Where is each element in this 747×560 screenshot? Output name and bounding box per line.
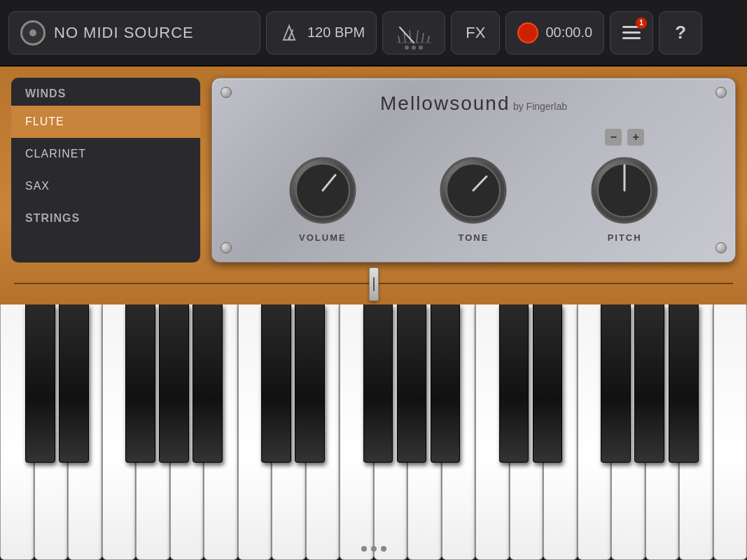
svg-line-7 [417, 30, 418, 43]
pitch-bend-track [14, 283, 733, 284]
screw-br [715, 242, 727, 253]
dot-2 [371, 546, 377, 552]
pitch-bend-area [0, 262, 747, 304]
pitch-label: PITCH [608, 232, 642, 243]
svg-line-9 [428, 36, 429, 43]
sidebar-item-clarinet[interactable]: CLARINET [11, 138, 200, 170]
tempo-dots [405, 46, 423, 50]
screw-bl [221, 242, 232, 253]
metronome-icon [278, 22, 300, 44]
fx-button[interactable]: FX [451, 11, 500, 55]
keys-container [0, 304, 747, 560]
tempo-visualizer [393, 23, 435, 44]
black-key-5[interactable] [261, 304, 291, 463]
dot-1 [361, 546, 367, 552]
tone-label: TONE [459, 232, 489, 243]
sidebar: WINDS FLUTE CLARINET SAX STRINGS [11, 78, 200, 262]
main-content: WINDS FLUTE CLARINET SAX STRINGS Mellows… [0, 66, 747, 560]
black-key-13[interactable] [634, 304, 664, 463]
svg-line-5 [404, 33, 405, 43]
tempo-section[interactable] [382, 11, 445, 55]
dot-3 [381, 546, 386, 552]
screw-tr [715, 87, 727, 98]
black-key-7[interactable] [363, 304, 393, 463]
tone-knob-wrapper: TONE [438, 155, 508, 243]
panel-title: Mellowsound by Fingerlab [226, 92, 721, 115]
black-key-8[interactable] [397, 304, 427, 463]
keyboard-area [0, 304, 747, 560]
volume-knob[interactable] [288, 155, 358, 225]
control-panel: Mellowsound by Fingerlab [211, 78, 736, 262]
volume-label: VOLUME [299, 232, 347, 243]
black-key-0[interactable] [25, 304, 55, 463]
screw-tl [221, 87, 232, 98]
tone-knob[interactable] [438, 155, 508, 225]
menu-button[interactable]: 1 [610, 11, 653, 55]
black-key-6[interactable] [295, 304, 325, 463]
black-key-2[interactable] [125, 304, 155, 463]
pitch-knob-wrapper: − + [589, 129, 659, 243]
pitch-plus-button[interactable]: + [627, 129, 644, 146]
black-key-11[interactable] [533, 304, 563, 463]
black-key-12[interactable] [601, 304, 631, 463]
svg-line-8 [422, 33, 424, 43]
pitch-minus-button[interactable]: − [605, 129, 622, 146]
black-key-10[interactable] [499, 304, 529, 463]
panel-title-sub: by Fingerlab [513, 101, 567, 112]
bpm-value: 120 BPM [307, 24, 365, 41]
svg-point-2 [288, 37, 291, 40]
instrument-area: WINDS FLUTE CLARINET SAX STRINGS Mellows… [0, 66, 747, 262]
record-time: 00:00.0 [545, 24, 592, 41]
black-key-9[interactable] [431, 304, 461, 463]
midi-label: NO MIDI SOURCE [54, 24, 194, 42]
bpm-section[interactable]: 120 BPM [266, 11, 377, 55]
black-key-4[interactable] [193, 304, 223, 463]
sidebar-strings-header: STRINGS [11, 202, 200, 230]
knobs-container: VOLUME [226, 129, 721, 243]
pitch-bend-thumb[interactable] [369, 267, 379, 301]
svg-line-10 [400, 27, 414, 43]
help-button[interactable]: ? [659, 11, 702, 55]
bottom-dots [361, 546, 386, 552]
record-section[interactable]: 00:00.0 [505, 11, 604, 55]
top-bar: NO MIDI SOURCE 120 BPM [0, 0, 747, 66]
midi-section[interactable]: NO MIDI SOURCE [8, 11, 260, 55]
help-label: ? [675, 22, 686, 43]
pitch-controls: − + [605, 129, 644, 146]
panel-title-main: Mellowsound [380, 92, 510, 114]
black-key-14[interactable] [669, 304, 699, 463]
white-key-21[interactable] [713, 304, 748, 560]
sidebar-item-flute[interactable]: FLUTE [11, 106, 200, 138]
notification-badge: 1 [636, 18, 647, 29]
sidebar-item-sax[interactable]: SAX [11, 170, 200, 202]
fx-label: FX [466, 24, 485, 42]
black-key-1[interactable] [59, 304, 89, 463]
svg-line-6 [410, 30, 411, 43]
sidebar-winds-header: WINDS [11, 78, 200, 106]
black-key-3[interactable] [159, 304, 189, 463]
svg-line-4 [398, 36, 400, 43]
volume-knob-wrapper: VOLUME [288, 155, 358, 243]
pitch-knob[interactable] [589, 155, 659, 225]
midi-icon [20, 20, 46, 46]
record-button[interactable] [517, 22, 538, 43]
